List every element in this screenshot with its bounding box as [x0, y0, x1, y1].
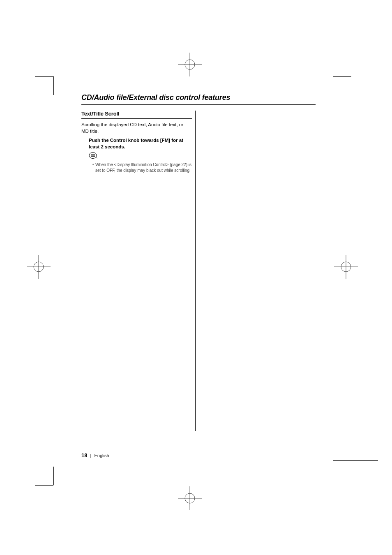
crop-mark	[53, 467, 54, 485]
left-column: Text/Title Scroll Scrolling the displaye…	[81, 111, 196, 431]
note-icon	[89, 152, 98, 159]
crop-mark	[333, 460, 378, 461]
crop-mark	[53, 76, 54, 95]
note-item: When the <Display Illumination Control> …	[92, 162, 192, 173]
crop-mark	[333, 76, 351, 77]
crop-mark	[333, 460, 333, 506]
right-register-mark	[334, 255, 358, 279]
footer-language: English	[94, 453, 109, 458]
page-number: 18	[81, 452, 87, 458]
crop-mark	[333, 76, 333, 95]
content-columns: Text/Title Scroll Scrolling the displaye…	[81, 111, 316, 431]
note-list: When the <Display Illumination Control> …	[81, 162, 192, 173]
page-content: CD/Audio file/External disc control feat…	[81, 93, 316, 431]
section-intro: Scrolling the displayed CD text, Audio f…	[81, 122, 192, 134]
section-heading: Text/Title Scroll	[81, 111, 192, 119]
page-footer: 18 | English	[81, 452, 109, 458]
title-rule	[81, 104, 316, 105]
left-register-mark	[27, 255, 51, 279]
instruction-text: Push the Control knob towards [FM] for a…	[81, 137, 192, 150]
crop-mark	[35, 485, 53, 486]
crop-mark	[35, 76, 53, 77]
footer-separator: |	[90, 453, 92, 458]
top-register-mark	[178, 53, 202, 76]
chapter-title: CD/Audio file/External disc control feat…	[81, 93, 316, 102]
bottom-register-mark	[178, 486, 202, 510]
